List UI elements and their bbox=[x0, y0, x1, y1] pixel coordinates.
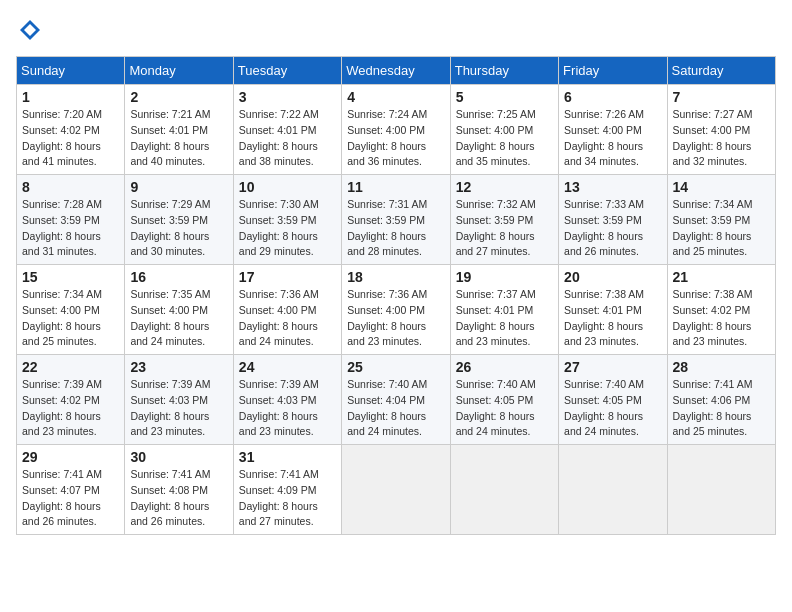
table-row: 8Sunrise: 7:28 AMSunset: 3:59 PMDaylight… bbox=[17, 175, 125, 265]
table-row: 3Sunrise: 7:22 AMSunset: 4:01 PMDaylight… bbox=[233, 85, 341, 175]
col-header-friday: Friday bbox=[559, 57, 667, 85]
col-header-saturday: Saturday bbox=[667, 57, 775, 85]
calendar-header: SundayMondayTuesdayWednesdayThursdayFrid… bbox=[17, 57, 776, 85]
table-row: 23Sunrise: 7:39 AMSunset: 4:03 PMDayligh… bbox=[125, 355, 233, 445]
calendar-table: SundayMondayTuesdayWednesdayThursdayFrid… bbox=[16, 56, 776, 535]
table-row: 24Sunrise: 7:39 AMSunset: 4:03 PMDayligh… bbox=[233, 355, 341, 445]
table-row: 12Sunrise: 7:32 AMSunset: 3:59 PMDayligh… bbox=[450, 175, 558, 265]
table-row: 13Sunrise: 7:33 AMSunset: 3:59 PMDayligh… bbox=[559, 175, 667, 265]
col-header-thursday: Thursday bbox=[450, 57, 558, 85]
table-row: 31Sunrise: 7:41 AMSunset: 4:09 PMDayligh… bbox=[233, 445, 341, 535]
table-row bbox=[342, 445, 450, 535]
calendar-week-2: 8Sunrise: 7:28 AMSunset: 3:59 PMDaylight… bbox=[17, 175, 776, 265]
table-row: 16Sunrise: 7:35 AMSunset: 4:00 PMDayligh… bbox=[125, 265, 233, 355]
calendar-body: 1Sunrise: 7:20 AMSunset: 4:02 PMDaylight… bbox=[17, 85, 776, 535]
table-row: 22Sunrise: 7:39 AMSunset: 4:02 PMDayligh… bbox=[17, 355, 125, 445]
calendar-week-5: 29Sunrise: 7:41 AMSunset: 4:07 PMDayligh… bbox=[17, 445, 776, 535]
table-row: 20Sunrise: 7:38 AMSunset: 4:01 PMDayligh… bbox=[559, 265, 667, 355]
table-row: 7Sunrise: 7:27 AMSunset: 4:00 PMDaylight… bbox=[667, 85, 775, 175]
table-row: 11Sunrise: 7:31 AMSunset: 3:59 PMDayligh… bbox=[342, 175, 450, 265]
table-row: 27Sunrise: 7:40 AMSunset: 4:05 PMDayligh… bbox=[559, 355, 667, 445]
table-row: 6Sunrise: 7:26 AMSunset: 4:00 PMDaylight… bbox=[559, 85, 667, 175]
col-header-monday: Monday bbox=[125, 57, 233, 85]
table-row bbox=[559, 445, 667, 535]
calendar-week-1: 1Sunrise: 7:20 AMSunset: 4:02 PMDaylight… bbox=[17, 85, 776, 175]
calendar-week-3: 15Sunrise: 7:34 AMSunset: 4:00 PMDayligh… bbox=[17, 265, 776, 355]
table-row: 25Sunrise: 7:40 AMSunset: 4:04 PMDayligh… bbox=[342, 355, 450, 445]
col-header-sunday: Sunday bbox=[17, 57, 125, 85]
table-row: 1Sunrise: 7:20 AMSunset: 4:02 PMDaylight… bbox=[17, 85, 125, 175]
table-row: 14Sunrise: 7:34 AMSunset: 3:59 PMDayligh… bbox=[667, 175, 775, 265]
table-row: 5Sunrise: 7:25 AMSunset: 4:00 PMDaylight… bbox=[450, 85, 558, 175]
table-row: 28Sunrise: 7:41 AMSunset: 4:06 PMDayligh… bbox=[667, 355, 775, 445]
logo bbox=[16, 16, 48, 44]
col-header-tuesday: Tuesday bbox=[233, 57, 341, 85]
table-row: 26Sunrise: 7:40 AMSunset: 4:05 PMDayligh… bbox=[450, 355, 558, 445]
logo-icon bbox=[16, 16, 44, 44]
table-row: 30Sunrise: 7:41 AMSunset: 4:08 PMDayligh… bbox=[125, 445, 233, 535]
table-row: 10Sunrise: 7:30 AMSunset: 3:59 PMDayligh… bbox=[233, 175, 341, 265]
table-row: 2Sunrise: 7:21 AMSunset: 4:01 PMDaylight… bbox=[125, 85, 233, 175]
table-row bbox=[667, 445, 775, 535]
table-row: 21Sunrise: 7:38 AMSunset: 4:02 PMDayligh… bbox=[667, 265, 775, 355]
calendar-week-4: 22Sunrise: 7:39 AMSunset: 4:02 PMDayligh… bbox=[17, 355, 776, 445]
col-header-wednesday: Wednesday bbox=[342, 57, 450, 85]
table-row: 15Sunrise: 7:34 AMSunset: 4:00 PMDayligh… bbox=[17, 265, 125, 355]
table-row bbox=[450, 445, 558, 535]
table-row: 19Sunrise: 7:37 AMSunset: 4:01 PMDayligh… bbox=[450, 265, 558, 355]
table-row: 4Sunrise: 7:24 AMSunset: 4:00 PMDaylight… bbox=[342, 85, 450, 175]
table-row: 9Sunrise: 7:29 AMSunset: 3:59 PMDaylight… bbox=[125, 175, 233, 265]
page-header bbox=[16, 16, 776, 44]
table-row: 17Sunrise: 7:36 AMSunset: 4:00 PMDayligh… bbox=[233, 265, 341, 355]
table-row: 29Sunrise: 7:41 AMSunset: 4:07 PMDayligh… bbox=[17, 445, 125, 535]
table-row: 18Sunrise: 7:36 AMSunset: 4:00 PMDayligh… bbox=[342, 265, 450, 355]
